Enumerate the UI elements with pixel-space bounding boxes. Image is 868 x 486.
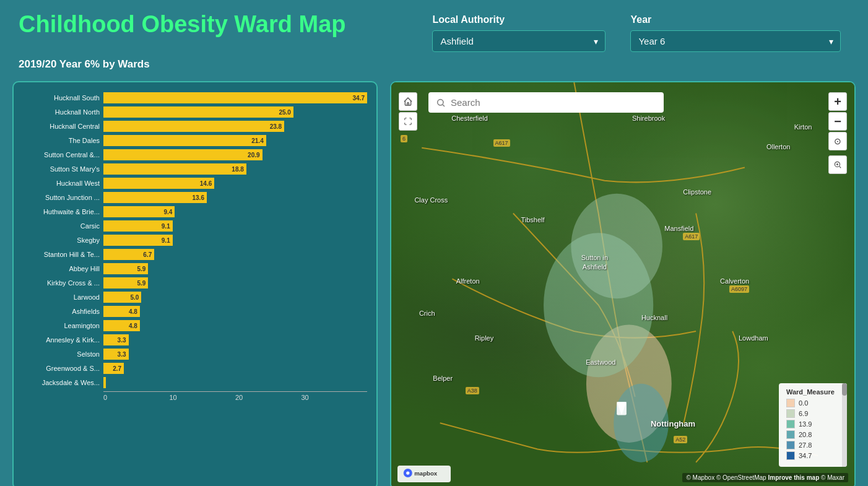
header: Childhood Obesity Ward Map Local Authori… [0,0,868,58]
bar-value-label: 3.3 [118,337,126,344]
year-group: Year Year 6Reception ▾ [630,14,841,52]
bar-label: Selston [23,350,103,358]
bar-container: 20.9 [103,149,367,160]
year-dropdown-wrapper: Year 6Reception ▾ [630,30,841,52]
bar-value-label: 4.8 [129,323,137,329]
bar-fill[interactable]: 34.7 [103,92,367,103]
legend-scrollbar[interactable] [842,383,847,467]
bar-container: 2.7 [103,363,367,374]
year-label: Year [630,14,841,25]
bar-value-label: 25.0 [279,109,290,116]
zoom-in-button[interactable]: + [828,92,847,111]
bar-value-label: 9.1 [162,237,170,244]
bar-fill[interactable]: 5.9 [103,263,148,274]
legend-item: 20.8 [786,430,840,439]
map-controls-left [399,92,417,131]
bar-value-label: 23.8 [270,123,282,130]
bar-container: 21.4 [103,135,367,146]
magnify-button[interactable] [828,155,847,174]
x-tick: 30 [302,394,368,401]
map-controls-right: + − ⊙ [828,92,847,174]
bar-container: 5.9 [103,263,367,274]
bar-row: Abbey Hill5.9 [23,263,367,275]
bar-label: Larwood [23,293,103,301]
bar-fill[interactable]: 18.8 [103,163,246,175]
bar-fill[interactable]: 2.7 [103,363,124,374]
bar-label: Stanton Hill & Te... [23,251,103,258]
local-authority-group: Local Authority AshfieldBroxtoweGedlingM… [432,14,605,52]
legend-item: 6.9 [786,409,840,418]
bar-fill[interactable]: 23.8 [103,121,284,132]
bar-label: Huthwaite & Brie... [23,208,103,215]
legend-item-label: 34.7 [799,452,812,459]
reset-north-button[interactable]: ⊙ [828,132,847,150]
bar-value-label: 3.3 [118,351,126,358]
legend-color-swatch [786,420,795,428]
map-geolocation-button[interactable] [399,92,417,111]
bar-container: 3.3 [103,349,367,360]
bar-row: Larwood5.0 [23,291,367,303]
bar-fill[interactable]: 13.6 [103,192,207,203]
bar-row: The Dales21.4 [23,134,367,147]
search-input[interactable] [451,97,656,108]
bar-fill[interactable]: 3.3 [103,334,129,345]
bar-value-label: 5.9 [137,280,146,287]
bar-row: Kirkby Cross & ...5.9 [23,277,367,289]
year-dropdown[interactable]: Year 6Reception [630,30,841,52]
bar-value-label: 9.1 [162,223,170,230]
bar-fill[interactable]: 3.3 [103,349,129,360]
bar-fill[interactable]: 5.0 [103,292,141,303]
legend-items: 0.06.913.920.827.834.7 [786,399,840,460]
bar-label: The Dales [23,137,103,144]
bar-fill[interactable]: 25.0 [103,106,293,118]
bar-fill[interactable]: 5.9 [103,277,148,289]
bar-fill[interactable]: 4.8 [103,320,140,331]
bar-fill[interactable]: 6.7 [103,249,154,260]
bar-row: Skegby9.1 [23,234,367,246]
bar-container [103,377,367,388]
legend-item-label: 0.0 [799,399,808,407]
bar-label: Hucknall North [23,108,103,116]
bar-fill[interactable]: 21.4 [103,135,266,146]
zoom-out-button[interactable]: − [828,112,847,131]
bar-fill[interactable]: 9.4 [103,206,175,217]
bar-label: Kirkby Cross & ... [23,279,103,287]
bar-fill[interactable]: 9.1 [103,220,173,232]
bar-label: Sutton Junction ... [23,194,103,201]
legend-item: 13.9 [786,420,840,428]
legend-item: 34.7 [786,451,840,460]
bar-row: Leamington4.8 [23,319,367,332]
bar-fill[interactable] [103,377,106,388]
bar-row: Jacksdale & Wes... [23,376,367,389]
bar-container: 9.4 [103,206,367,217]
map-fullscreen-button[interactable] [399,112,417,131]
bar-label: Ashfields [23,308,103,315]
x-tick: 10 [170,394,236,401]
bar-fill[interactable]: 14.6 [103,178,214,189]
improve-map-link[interactable]: Improve this map [768,474,819,481]
legend-item-label: 13.9 [799,420,812,428]
bar-container: 25.0 [103,106,367,118]
legend-color-swatch [786,451,795,460]
app-title: Childhood Obesity Ward Map [19,11,345,38]
bar-label: Jacksdale & Wes... [23,379,103,386]
bar-row: Ashfields4.8 [23,305,367,318]
bar-fill[interactable]: 9.1 [103,235,173,246]
legend-color-swatch [786,441,795,449]
controls-area: Local Authority AshfieldBroxtoweGedlingM… [432,11,841,52]
bar-value-label: 18.8 [232,166,243,173]
bar-label: Carsic [23,222,103,230]
local-authority-dropdown[interactable]: AshfieldBroxtoweGedlingMansfieldNewark &… [432,30,605,52]
x-tick: 0 [103,394,170,401]
bar-fill[interactable]: 20.9 [103,149,263,160]
search-icon [436,98,446,108]
bar-row: Huthwaite & Brie...9.4 [23,206,367,218]
map-panel: Chesterfield Shirebrook Kirton Clay Cros… [390,81,856,486]
bar-label: Abbey Hill [23,265,103,272]
legend-color-swatch [786,430,795,439]
bar-fill[interactable]: 4.8 [103,306,140,317]
bar-row: Selston3.3 [23,348,367,360]
x-tick: 20 [235,394,302,401]
bar-value-label: 2.7 [113,365,121,372]
bar-value-label: 6.7 [143,251,152,258]
